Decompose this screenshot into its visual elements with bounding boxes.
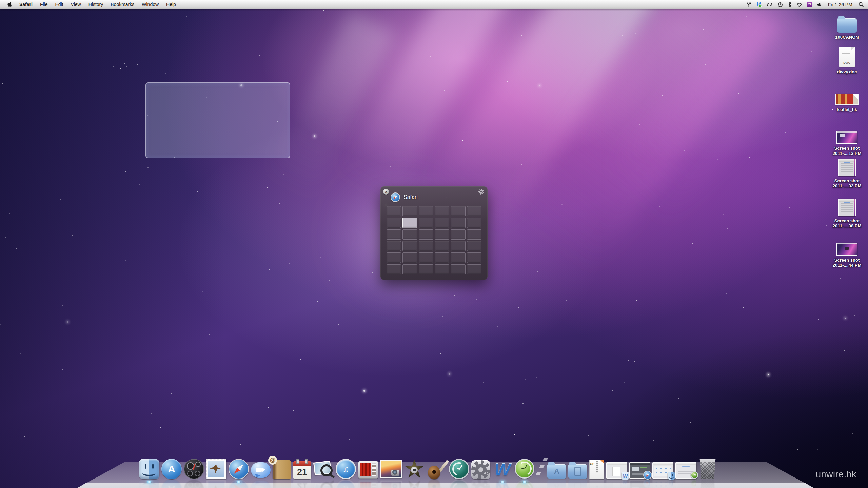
divvy-grid-cell-r1c1-selected[interactable]: + (402, 218, 417, 228)
dock-word[interactable]: WW (492, 459, 513, 479)
divvy-grid-cell-r4c3[interactable] (435, 252, 449, 263)
desktop-icon-screen-shot-2011-....44-pm[interactable]: Screen shot2011-....44 PM (829, 235, 865, 268)
dock-safari[interactable] (229, 459, 249, 479)
menu-bookmarks[interactable]: Bookmarks (107, 2, 138, 7)
oval-ring-icon[interactable] (766, 0, 773, 9)
divvy-grid-cell-r2c4[interactable] (451, 229, 465, 240)
divvy-grid-cell-r5c0[interactable] (387, 264, 401, 274)
divvy-grid-cell-r1c2[interactable] (419, 218, 433, 228)
divvy-grid-cell-r3c4[interactable] (451, 241, 465, 251)
dock-finder[interactable] (139, 459, 159, 479)
menu-file[interactable]: File (36, 2, 52, 7)
dock-autoupdate[interactable] (515, 459, 534, 479)
dock-ical[interactable]: JAN21JAN21 (293, 461, 311, 479)
dock-win-autoupdate[interactable] (675, 462, 696, 479)
star (279, 203, 280, 204)
dock-dashboard[interactable] (184, 459, 204, 479)
divvy-grid-cell-r4c1[interactable] (402, 252, 417, 263)
divvy-grid-cell-r0c2[interactable] (419, 206, 433, 216)
dock-win-finder[interactable] (652, 462, 673, 479)
divvy-grid-cell-r4c2[interactable] (419, 252, 433, 263)
divvy-grid-cell-r3c0[interactable] (387, 241, 401, 251)
dock-preview[interactable] (313, 459, 334, 479)
divvy-grid-cell-r4c4[interactable] (451, 252, 465, 263)
desktop-icon-screen-shot-2011-....38-pm[interactable]: Screen shot2011-....38 PM (829, 195, 865, 228)
star (358, 425, 359, 426)
spotlight-icon[interactable] (858, 0, 864, 9)
dock-itunes[interactable]: ♫♫ (336, 459, 356, 479)
divvy-grid-cell-r5c2[interactable] (419, 264, 433, 274)
desktop-icon-100canon[interactable]: 100CANON (829, 12, 865, 40)
dock-imovie[interactable] (404, 459, 425, 479)
divvy-grid-cell-r1c0[interactable] (387, 218, 401, 228)
dock-mail[interactable] (206, 459, 226, 479)
menu-history[interactable]: History (85, 2, 107, 7)
wifi-icon[interactable] (796, 0, 803, 9)
star (672, 400, 672, 401)
divvy-grid-cell-r2c0[interactable] (387, 229, 401, 240)
dock-ichat[interactable] (251, 462, 271, 479)
dropbox-icon[interactable] (756, 0, 762, 9)
dock-timemachine[interactable] (449, 459, 469, 479)
divvy-grid-cell-r3c3[interactable] (435, 241, 449, 251)
gear-icon[interactable] (478, 189, 484, 195)
menu-clock[interactable]: Fri 1:26 PM (827, 2, 854, 7)
menu-window[interactable]: Window (138, 2, 162, 7)
dock-folder-docs[interactable] (568, 464, 587, 479)
dock-trash[interactable] (698, 459, 717, 479)
dock-appstore[interactable]: AA (161, 459, 182, 479)
star (67, 321, 69, 323)
divvy-grid-cell-r1c3[interactable] (435, 218, 449, 228)
divvy-grid-cell-r5c5[interactable] (467, 264, 481, 274)
dock-folder-apps[interactable]: AA (547, 464, 566, 479)
dock-win-safari[interactable] (629, 462, 650, 479)
apple-menu[interactable] (5, 2, 16, 7)
star (521, 35, 522, 36)
divvy-grid-cell-r2c3[interactable] (435, 229, 449, 240)
star (659, 42, 659, 43)
divvy-grid-cell-r4c5[interactable] (467, 252, 481, 263)
divvy-grid-cell-r5c3[interactable] (435, 264, 449, 274)
volume-icon[interactable] (816, 0, 822, 9)
dock-garageband[interactable] (427, 459, 447, 479)
desktop-icon-divvy.doc[interactable]: DOCdivvy.doc (829, 46, 865, 74)
menu-safari[interactable]: Safari (16, 2, 36, 7)
desktop-icon-leaflet-hk[interactable]: leaflet_hk (829, 84, 865, 112)
divvy-grid-cell-r0c5[interactable] (467, 206, 481, 216)
star (125, 256, 125, 256)
window-split-arrows-icon[interactable] (746, 0, 752, 9)
divvy-grid-cell-r3c2[interactable] (419, 241, 433, 251)
divvy-grid-cell-r4c0[interactable] (387, 252, 401, 263)
star (463, 421, 463, 421)
menu-view[interactable]: View (67, 2, 85, 7)
close-icon[interactable]: × (383, 189, 389, 195)
divvy-grid-cell-r0c4[interactable] (451, 206, 465, 216)
divvy-grid-cell-r0c1[interactable] (402, 206, 417, 216)
dock-sysprefs[interactable] (471, 460, 490, 479)
divvy-grid-cell-r5c1[interactable] (402, 264, 417, 274)
divvy-grid-cell-r3c5[interactable] (467, 241, 481, 251)
dock-zip[interactable]: ZIPZIP (589, 460, 604, 479)
divvy-grid-cell-r2c2[interactable] (419, 229, 433, 240)
divvy-grid-cell-r2c5[interactable] (467, 229, 481, 240)
divvy-grid-cell-r2c1[interactable] (402, 229, 417, 240)
bluetooth-icon[interactable] (788, 0, 792, 9)
time-machine-icon[interactable] (777, 0, 783, 9)
divvy-header: Safari (391, 192, 418, 202)
divvy-grid-cell-r3c1[interactable] (402, 241, 417, 251)
divvy-grid-cell-r5c4[interactable] (451, 264, 465, 274)
dock-photobooth[interactable] (358, 461, 378, 479)
star (314, 135, 316, 137)
menu-edit[interactable]: Edit (51, 2, 67, 7)
yahoo-messenger-icon[interactable]: Y! (807, 0, 812, 9)
desktop-icon-screen-shot-2011-....32-pm[interactable]: Screen shot2011-....32 PM (829, 155, 865, 188)
dock-win-word[interactable]: WW (606, 462, 627, 479)
divvy-grid-cell-r1c5[interactable] (467, 218, 481, 228)
dock-iphoto[interactable] (380, 460, 402, 479)
dock-addressbook[interactable]: @@ (273, 460, 291, 479)
menu-help[interactable]: Help (162, 2, 180, 7)
divvy-grid-cell-r0c0[interactable] (387, 206, 401, 216)
divvy-grid-cell-r1c4[interactable] (451, 218, 465, 228)
divvy-grid-cell-r0c3[interactable] (435, 206, 449, 216)
desktop-icon-screen-shot-2011-....13-pm[interactable]: Screen shot2011-....13 PM (829, 123, 865, 156)
